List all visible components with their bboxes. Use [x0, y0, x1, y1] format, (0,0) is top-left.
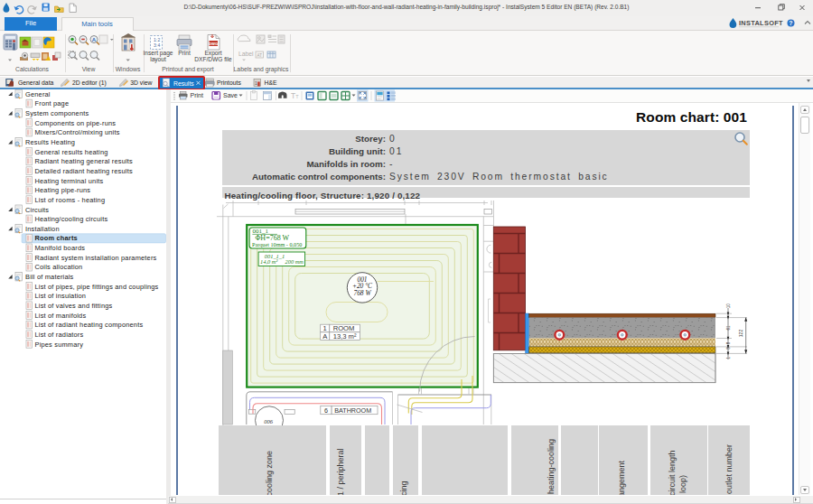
svg-text:Heating/cooling circuits: Heating/cooling circuits [35, 215, 108, 223]
svg-text:Radiant heating general result: Radiant heating general results [35, 157, 134, 165]
svg-text:heating-cooling: heating-cooling [547, 439, 556, 494]
svg-text:Room charts: Room charts [35, 234, 78, 242]
svg-text:61: 61 [726, 325, 731, 331]
svg-text:13,3 m²: 13,3 m² [333, 332, 357, 341]
svg-text:Results: Results [173, 80, 194, 87]
svg-text:Print: Print [191, 92, 203, 98]
svg-text:14,0 m²: 14,0 m² [260, 258, 277, 265]
svg-text:Save: Save [223, 92, 238, 98]
svg-text:Heating terminal units: Heating terminal units [35, 177, 104, 185]
svg-text:Front page: Front page [35, 99, 70, 107]
svg-text:List of insulation: List of insulation [35, 292, 87, 300]
svg-text:?: ? [789, 20, 792, 26]
svg-text:List of valves and fittings: List of valves and fittings [35, 302, 113, 310]
svg-text:006: 006 [264, 418, 274, 425]
svg-text:Detailed radiant heating resul: Detailed radiant heating results [35, 167, 133, 175]
svg-text:200 mm: 200 mm [285, 258, 304, 265]
svg-text:Results Heating: Results Heating [25, 138, 75, 146]
svg-text:Components on pipe-runs: Components on pipe-runs [35, 119, 117, 127]
svg-text:System components: System components [25, 109, 89, 117]
svg-text:1: 1 [726, 356, 731, 359]
svg-text:INSTALSOFT: INSTALSOFT [739, 19, 783, 27]
svg-text:List of pipes, pipe fittings a: List of pipes, pipe fittings and couplin… [35, 283, 159, 291]
svg-text:A: A [92, 37, 97, 42]
svg-text:BATHROOM: BATHROOM [334, 406, 371, 415]
svg-text:Pipes summary: Pipes summary [35, 341, 84, 349]
svg-text:Zone 1 / peripheral: Zone 1 / peripheral [336, 448, 345, 494]
svg-text:3D view: 3D view [130, 79, 152, 86]
svg-text:8: 8 [726, 347, 731, 350]
svg-text:122: 122 [738, 330, 743, 338]
svg-text:Heating-cooling zone: Heating-cooling zone [265, 451, 274, 495]
svg-text:List of radiant heating compon: List of radiant heating components [35, 321, 144, 329]
svg-text:768 W: 768 W [353, 289, 371, 297]
svg-text:AT: AT [257, 52, 262, 57]
svg-text:8: 8 [726, 341, 731, 344]
svg-text:List of manifolds: List of manifolds [35, 312, 87, 320]
svg-text:Manifold boards: Manifold boards [35, 244, 86, 252]
svg-text:4: 4 [158, 42, 161, 48]
svg-text:2D editor (1): 2D editor (1) [72, 79, 107, 87]
svg-text:List of radiators: List of radiators [35, 331, 84, 339]
svg-text:Installation: Installation [25, 225, 60, 233]
svg-text:Label: Label [238, 51, 254, 57]
svg-text:TT: TT [291, 91, 299, 100]
svg-text:DWG: DWG [209, 41, 218, 45]
svg-text:1: 1 [255, 80, 257, 86]
svg-text:Parquet 10mm - 0,050: Parquet 10mm - 0,050 [252, 241, 302, 247]
svg-text:General results heating: General results heating [35, 148, 108, 156]
svg-text:Radiant system installation pa: Radiant system installation parameters [35, 254, 157, 262]
svg-text:Printouts: Printouts [217, 79, 241, 86]
svg-text:General data: General data [18, 79, 54, 86]
svg-text:Arrangement: Arrangement [617, 460, 626, 494]
svg-text:H&E: H&E [265, 79, 277, 86]
svg-text:2: 2 [158, 36, 161, 42]
svg-text:General: General [25, 90, 51, 98]
svg-text:Spacing: Spacing [399, 481, 408, 494]
svg-text:circuit length: circuit length [668, 450, 677, 494]
svg-text:10: 10 [726, 303, 731, 309]
svg-text:(without loop): (without loop) [678, 475, 687, 495]
svg-text:Circuits: Circuits [25, 206, 49, 214]
svg-text:Heating pipe-runs: Heating pipe-runs [35, 186, 91, 194]
svg-text:Mixers/Control/mixing units: Mixers/Control/mixing units [35, 128, 120, 136]
svg-text:Bill of materials: Bill of materials [25, 273, 74, 281]
svg-text:List of rooms - heating: List of rooms - heating [35, 196, 106, 204]
svg-text:6: 6 [324, 406, 328, 415]
svg-text:outlet number: outlet number [724, 444, 734, 494]
svg-text:Coils allocation: Coils allocation [35, 263, 83, 271]
